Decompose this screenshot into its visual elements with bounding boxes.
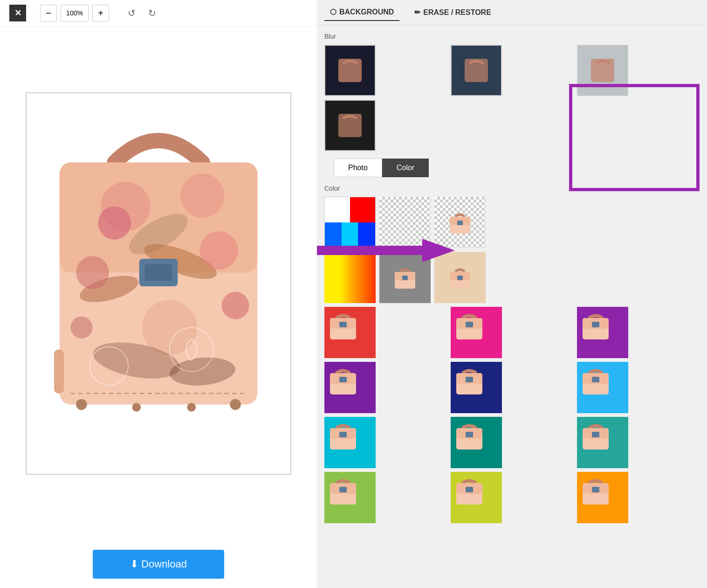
- download-button[interactable]: ⬇ Download: [93, 550, 224, 579]
- tabs-bar: ⬡ BACKGROUND ✏ ERASE / RESTORE: [317, 0, 707, 25]
- color-thumb-limegreen[interactable]: [324, 472, 376, 523]
- tab-erase-label: ERASE / RESTORE: [423, 8, 491, 17]
- svg-rect-66: [592, 377, 599, 382]
- transparent-swatch-thumb[interactable]: [379, 197, 431, 248]
- color-thumb-skyblue[interactable]: [577, 362, 628, 413]
- svg-rect-16: [54, 350, 64, 394]
- color-swatches-container: [324, 197, 700, 303]
- color-section-label: Color: [324, 185, 700, 192]
- redo-button[interactable]: ↻: [144, 5, 160, 21]
- svg-point-17: [76, 399, 87, 410]
- color-thumb-purple[interactable]: [577, 307, 628, 358]
- color-thumb-yellowgreen[interactable]: [451, 472, 502, 523]
- bag-transparent-thumb[interactable]: [434, 197, 486, 248]
- bag-beige-thumb[interactable]: [434, 252, 486, 303]
- toolbar: ✕ − 100% + ↺ ↻: [0, 0, 317, 27]
- canvas-area: [0, 27, 317, 540]
- svg-rect-70: [339, 432, 347, 437]
- svg-rect-14: [145, 264, 172, 281]
- swatch-row-2: [324, 252, 700, 303]
- svg-rect-82: [339, 487, 347, 492]
- blur-section: Blur: [324, 33, 700, 151]
- svg-rect-50: [466, 322, 473, 327]
- color-thumb-teal2[interactable]: [577, 417, 628, 468]
- svg-point-3: [98, 207, 131, 240]
- history-controls: ↺ ↻: [123, 5, 160, 21]
- svg-point-18: [230, 399, 241, 410]
- photo-toggle-button[interactable]: Photo: [334, 159, 382, 177]
- multi-swatch-thumb[interactable]: [324, 197, 376, 248]
- color-thumb-teal[interactable]: [451, 417, 502, 468]
- svg-point-20: [187, 403, 196, 412]
- erase-icon: ✏: [414, 8, 420, 17]
- svg-rect-74: [466, 432, 473, 437]
- color-thumb-cyan[interactable]: [324, 417, 376, 468]
- tab-background[interactable]: ⬡ BACKGROUND: [324, 4, 399, 21]
- blur-thumb-1[interactable]: [324, 45, 376, 96]
- toggle-buttons: Photo Color: [324, 159, 700, 177]
- color-thumb-navy[interactable]: [451, 362, 502, 413]
- background-icon: ⬡: [330, 7, 336, 16]
- svg-point-8: [199, 231, 238, 270]
- warm-swatch-thumb[interactable]: [324, 252, 376, 303]
- tab-erase[interactable]: ✏ ERASE / RESTORE: [409, 4, 497, 21]
- svg-rect-54: [592, 322, 599, 327]
- zoom-out-button[interactable]: −: [40, 5, 57, 21]
- blur-thumb-4[interactable]: [324, 100, 376, 151]
- image-container: [26, 92, 291, 475]
- color-thumb-violet[interactable]: [324, 362, 376, 413]
- zoom-in-button[interactable]: +: [92, 5, 109, 21]
- bag-dark-thumb[interactable]: [379, 252, 431, 303]
- svg-point-9: [76, 256, 109, 289]
- svg-rect-86: [466, 487, 473, 492]
- svg-rect-41: [457, 276, 463, 280]
- blur-thumb-3[interactable]: [577, 45, 628, 96]
- close-button[interactable]: ✕: [9, 5, 26, 21]
- svg-rect-38: [402, 276, 408, 280]
- svg-point-19: [132, 403, 141, 412]
- swatch-row-1: [324, 197, 700, 248]
- zoom-value: 100%: [61, 5, 89, 21]
- undo-button[interactable]: ↺: [123, 5, 140, 21]
- zoom-controls: − 100% +: [40, 5, 109, 21]
- svg-rect-78: [592, 432, 599, 437]
- color-thumb-orange[interactable]: [577, 472, 628, 523]
- right-panel: ⬡ BACKGROUND ✏ ERASE / RESTORE Blur: [317, 0, 707, 588]
- toggle-section: Photo Color: [324, 159, 700, 177]
- svg-rect-58: [339, 377, 347, 382]
- color-thumbnails-grid: [324, 307, 700, 523]
- svg-rect-35: [457, 221, 463, 225]
- download-area: ⬇ Download: [0, 540, 317, 588]
- svg-point-4: [180, 173, 224, 217]
- left-panel: ✕ − 100% + ↺ ↻: [0, 0, 317, 588]
- color-toggle-button[interactable]: Color: [382, 159, 429, 177]
- blur-label: Blur: [324, 33, 700, 40]
- color-thumb-hotpink[interactable]: [451, 307, 502, 358]
- tab-background-label: BACKGROUND: [339, 8, 394, 16]
- blur-thumbnails-grid: [324, 45, 700, 151]
- svg-point-21: [222, 292, 249, 319]
- svg-rect-90: [592, 487, 599, 492]
- svg-rect-62: [466, 377, 473, 382]
- svg-point-22: [70, 317, 92, 339]
- bag-image: [27, 93, 290, 474]
- panel-content: Blur: [317, 25, 707, 588]
- color-thumb-red[interactable]: [324, 307, 376, 358]
- blur-thumb-2[interactable]: [451, 45, 502, 96]
- svg-rect-46: [339, 322, 347, 327]
